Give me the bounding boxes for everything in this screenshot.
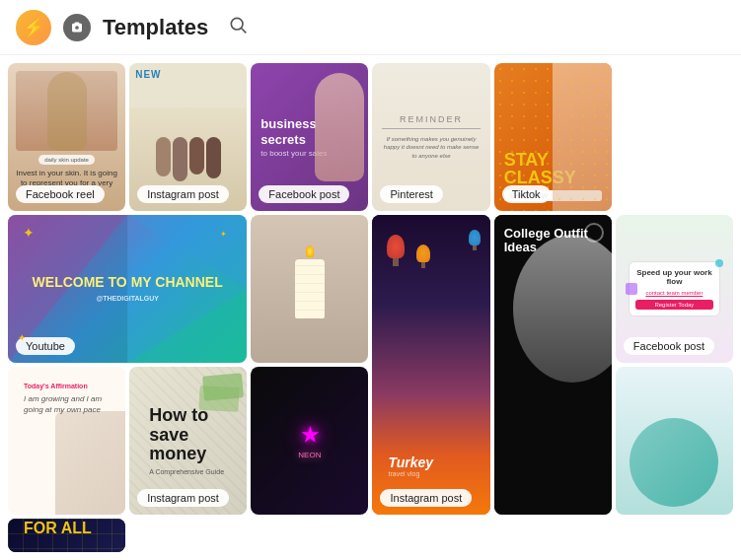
welcome-handle: @thedigitalguy (96, 295, 158, 303)
svg-point-0 (232, 18, 244, 30)
svg-line-1 (242, 29, 247, 34)
affirmation-header: Today's Affirmation (24, 383, 110, 389)
header: ⚡ Templates (0, 0, 741, 55)
new-badge: NEW (135, 69, 161, 80)
tile-candle[interactable] (251, 215, 368, 363)
tile-label-pinterest: Pinterest (380, 185, 442, 203)
tile-label-facebook-reel: Facebook reel (16, 185, 105, 203)
teal-circle (630, 418, 718, 507)
workflow-title: Speed up your work flow (635, 268, 713, 286)
tile-facebook-business[interactable]: business secrets to boost your sales Fac… (251, 63, 368, 211)
tile-label-save-money: Instagram post (137, 489, 229, 507)
save-money-title: How to save money (149, 406, 227, 464)
candle-decoration (295, 259, 325, 318)
page-title: Templates (103, 15, 208, 40)
tile-label-facebook-post: Facebook post (259, 185, 349, 203)
affirmation-text: I am growing and I am going at my own pa… (24, 393, 110, 415)
tile-tiktok-stay-classy[interactable]: STAY CLASSY SHOP NOW Tiktok (494, 63, 612, 211)
tile-label-facebook-workflow: Facebook post (624, 337, 714, 355)
turkey-text: Turkey (388, 455, 433, 470)
workflow-link: contact team member (635, 290, 713, 296)
tile-label-tiktok: Tiktok (502, 185, 551, 203)
tile-affirmation[interactable]: Today's Affirmation I am growing and I a… (8, 367, 125, 515)
tile-games[interactable]: GAMES FOR ALL (8, 519, 125, 552)
tile-facebook-workflow[interactable]: Speed up your work flow contact team mem… (616, 215, 733, 363)
tile-instagram-new-arrivals[interactable]: NEW Arrivals Instagram post (129, 63, 247, 211)
search-button[interactable] (228, 15, 248, 39)
neon-display: ★ (298, 423, 321, 447)
tile-turkey[interactable]: Turkey travel vlog Instagram post (372, 215, 489, 515)
app-logo[interactable]: ⚡ (16, 10, 51, 45)
games-text-2: FOR ALL (24, 521, 110, 536)
tile-college[interactable]: College Outfit Ideas (494, 215, 612, 515)
camera-icon (63, 14, 91, 41)
tile-facebook-reel[interactable]: daily skin update Invest in your skin. I… (8, 63, 125, 211)
workflow-cta[interactable]: Register Today (635, 300, 713, 310)
tile-youtube-welcome[interactable]: ✦ ✦ ✦ Welcome to my CHANNEL @thedigitalg… (8, 215, 247, 363)
turkey-sub: travel vlog (388, 470, 433, 477)
tile-circle-teal[interactable] (616, 367, 733, 515)
skin-badge: daily skin update (38, 155, 95, 165)
neon-text: NEON (298, 451, 321, 459)
tile-neon[interactable]: ★ NEON (251, 367, 368, 515)
save-money-sub: A Comprehensive Guide (149, 468, 227, 475)
templates-grid: daily skin update Invest in your skin. I… (0, 55, 741, 560)
workflow-card: Speed up your work flow contact team mem… (629, 261, 720, 316)
reminder-title: REMINDER (382, 114, 480, 129)
tile-pinterest-reminder[interactable]: REMINDER If something makes you genuinel… (372, 63, 489, 211)
welcome-text: Welcome to my CHANNEL (33, 275, 223, 290)
tile-instagram-save-money[interactable]: How to save money A Comprehensive Guide … (129, 367, 247, 515)
tile-label-instagram-post-1: Instagram post (137, 185, 229, 203)
reminder-text: If something makes you genuinely happy i… (382, 135, 480, 160)
tile-label-turkey: Instagram post (380, 489, 472, 507)
